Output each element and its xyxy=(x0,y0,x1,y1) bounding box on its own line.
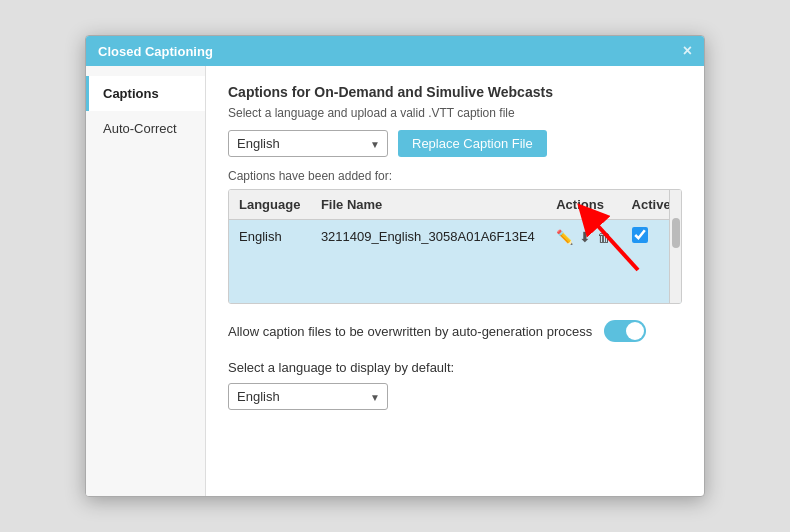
closed-captioning-dialog: Closed Captioning × Captions Auto-Correc… xyxy=(85,35,705,497)
default-language-select[interactable]: English Spanish French German xyxy=(228,383,388,410)
default-lang-label: Select a language to display by default: xyxy=(228,360,682,375)
dialog-title-bar: Closed Captioning × xyxy=(86,36,704,66)
captions-table: Language File Name Actions Active Englis… xyxy=(229,190,681,303)
content-subtitle: Select a language and upload a valid .VT… xyxy=(228,106,682,120)
top-controls: English Spanish French German Replace Ca… xyxy=(228,130,682,157)
sidebar: Captions Auto-Correct xyxy=(86,66,206,496)
table-row: English 3211409_English_3058A01A6F13E4 ✏… xyxy=(229,220,681,254)
main-content: Captions for On-Demand and Simulive Webc… xyxy=(206,66,704,496)
scrollbar-thumb xyxy=(672,218,680,248)
table-header-row: Language File Name Actions Active xyxy=(229,190,681,220)
captions-added-label: Captions have been added for: xyxy=(228,169,682,183)
toggle-row: Allow caption files to be overwritten by… xyxy=(228,320,682,342)
cell-filename: 3211409_English_3058A01A6F13E4 xyxy=(311,220,546,254)
sidebar-item-captions[interactable]: Captions xyxy=(86,76,205,111)
table-empty-row xyxy=(229,253,681,303)
replace-caption-file-button[interactable]: Replace Caption File xyxy=(398,130,547,157)
sidebar-item-auto-correct[interactable]: Auto-Correct xyxy=(86,111,205,146)
cell-language: English xyxy=(229,220,311,254)
cell-actions: ✏️ ⬇ 🗑 xyxy=(546,220,621,254)
dialog-body: Captions Auto-Correct Captions for On-De… xyxy=(86,66,704,496)
default-language-select-wrapper: English Spanish French German xyxy=(228,383,388,410)
content-heading: Captions for On-Demand and Simulive Webc… xyxy=(228,84,682,100)
toggle-label: Allow caption files to be overwritten by… xyxy=(228,324,592,339)
language-select[interactable]: English Spanish French German xyxy=(228,130,388,157)
edit-icon[interactable]: ✏️ xyxy=(556,229,573,245)
actions-cell: ✏️ ⬇ 🗑 xyxy=(556,229,611,245)
download-icon[interactable]: ⬇ xyxy=(579,229,591,245)
table-scrollbar[interactable] xyxy=(669,190,681,303)
close-button[interactable]: × xyxy=(683,43,692,59)
col-filename: File Name xyxy=(311,190,546,220)
delete-icon[interactable]: 🗑 xyxy=(597,229,611,245)
language-select-wrapper: English Spanish French German xyxy=(228,130,388,157)
col-actions: Actions xyxy=(546,190,621,220)
active-checkbox[interactable] xyxy=(632,227,648,243)
dialog-title: Closed Captioning xyxy=(98,44,213,59)
toggle-slider xyxy=(604,320,646,342)
auto-generation-toggle[interactable] xyxy=(604,320,646,342)
captions-table-container: Language File Name Actions Active Englis… xyxy=(228,189,682,304)
col-language: Language xyxy=(229,190,311,220)
